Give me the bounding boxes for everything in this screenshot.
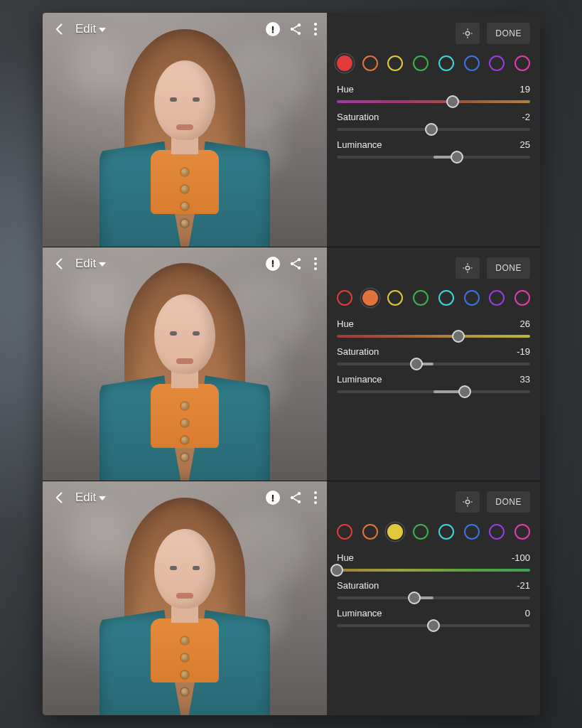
color-swatch[interactable] — [438, 524, 454, 540]
hue-track[interactable] — [337, 569, 530, 572]
photo-subject — [78, 260, 291, 481]
color-swatch[interactable] — [362, 55, 378, 71]
info-icon[interactable]: ! — [266, 491, 280, 505]
color-swatch[interactable] — [464, 55, 480, 71]
edit-label: Edit — [75, 491, 96, 505]
color-swatch[interactable] — [337, 290, 352, 306]
luminance-slider: Luminance 33 — [337, 374, 530, 393]
color-swatch[interactable] — [489, 290, 505, 306]
luminance-label: Luminance — [337, 374, 382, 385]
photo-preview: Edit ! — [43, 13, 327, 247]
luminance-track[interactable] — [337, 156, 530, 159]
svg-point-7 — [466, 266, 470, 269]
targeted-adjust-button[interactable] — [456, 23, 480, 44]
luminance-thumb[interactable] — [451, 151, 463, 164]
saturation-slider: Saturation -2 — [337, 112, 530, 131]
color-swatch[interactable] — [387, 55, 403, 71]
saturation-track[interactable] — [337, 363, 530, 365]
luminance-track[interactable] — [337, 624, 530, 627]
editor-row: Edit ! DONE Hue 19 Satura — [43, 13, 540, 247]
color-swatch-row — [337, 55, 530, 71]
color-swatch[interactable] — [387, 290, 403, 306]
photo-preview: Edit ! — [43, 247, 327, 481]
color-mix-panel: DONE Hue 26 Saturation -19 Luminance 33 — [327, 247, 540, 481]
color-mix-panel: DONE Hue -100 Saturation -21 Luminance — [327, 481, 540, 715]
hue-thumb[interactable] — [446, 95, 459, 108]
targeted-adjust-button[interactable] — [456, 257, 480, 279]
color-swatch[interactable] — [514, 55, 530, 71]
saturation-thumb[interactable] — [425, 123, 438, 136]
color-swatch[interactable] — [387, 524, 403, 540]
color-swatch[interactable] — [514, 290, 530, 306]
editor-row: Edit ! DONE Hue 26 Satura — [43, 247, 540, 482]
color-swatch[interactable] — [464, 524, 480, 540]
saturation-value: -19 — [517, 346, 530, 357]
more-icon[interactable] — [311, 488, 320, 507]
more-icon[interactable] — [311, 255, 320, 273]
share-icon[interactable] — [286, 254, 306, 274]
info-icon[interactable]: ! — [266, 22, 280, 36]
color-swatch[interactable] — [489, 55, 505, 71]
chevron-down-icon — [99, 28, 106, 32]
svg-point-3 — [466, 31, 470, 35]
done-button[interactable]: DONE — [487, 23, 530, 44]
hue-value: -100 — [512, 552, 530, 563]
color-swatch[interactable] — [362, 290, 378, 306]
back-icon[interactable] — [50, 254, 70, 274]
color-swatch[interactable] — [337, 55, 352, 71]
photo-toolbar: Edit ! — [43, 13, 327, 46]
saturation-thumb[interactable] — [408, 592, 421, 604]
info-icon[interactable]: ! — [266, 257, 280, 271]
hue-track[interactable] — [337, 100, 530, 103]
color-swatch[interactable] — [514, 524, 530, 540]
more-icon[interactable] — [311, 20, 320, 38]
saturation-thumb[interactable] — [410, 358, 423, 370]
hue-label: Hue — [337, 318, 354, 329]
chevron-down-icon — [99, 496, 106, 500]
saturation-track[interactable] — [337, 596, 530, 599]
hue-track[interactable] — [337, 335, 530, 338]
luminance-label: Luminance — [337, 608, 382, 619]
saturation-value: -21 — [517, 580, 530, 591]
app-frame: Edit ! DONE Hue 19 Satura — [43, 13, 540, 715]
color-swatch[interactable] — [413, 55, 429, 71]
luminance-value: 25 — [520, 139, 530, 150]
color-swatch[interactable] — [438, 55, 454, 71]
hue-slider: Hue 26 — [337, 318, 530, 338]
edit-dropdown[interactable]: Edit — [75, 491, 106, 505]
hue-value: 19 — [520, 84, 530, 95]
color-swatch[interactable] — [413, 524, 429, 540]
luminance-thumb[interactable] — [427, 619, 440, 632]
saturation-label: Saturation — [337, 346, 379, 357]
color-swatch-row — [337, 524, 530, 540]
done-button[interactable]: DONE — [487, 257, 530, 279]
saturation-track[interactable] — [337, 128, 530, 131]
targeted-adjust-button[interactable] — [456, 491, 480, 513]
color-swatch[interactable] — [464, 290, 480, 306]
luminance-slider: Luminance 25 — [337, 139, 530, 159]
share-icon[interactable] — [286, 488, 306, 508]
color-swatch[interactable] — [362, 524, 378, 540]
color-swatch[interactable] — [489, 524, 505, 540]
hue-thumb[interactable] — [330, 564, 343, 577]
done-button[interactable]: DONE — [487, 491, 530, 513]
luminance-value: 33 — [520, 374, 530, 385]
share-icon[interactable] — [286, 19, 306, 39]
edit-dropdown[interactable]: Edit — [75, 22, 106, 36]
chevron-down-icon — [99, 262, 106, 267]
color-swatch[interactable] — [438, 290, 454, 306]
hue-slider: Hue 19 — [337, 84, 530, 103]
back-icon[interactable] — [50, 488, 70, 508]
color-swatch[interactable] — [413, 290, 429, 306]
edit-dropdown[interactable]: Edit — [75, 257, 106, 271]
color-swatch-row — [337, 290, 530, 306]
photo-preview: Edit ! — [43, 481, 327, 715]
hue-label: Hue — [337, 84, 354, 95]
luminance-label: Luminance — [337, 139, 382, 150]
back-icon[interactable] — [50, 19, 70, 39]
luminance-track[interactable] — [337, 390, 530, 393]
luminance-slider: Luminance 0 — [337, 608, 530, 627]
color-swatch[interactable] — [337, 524, 352, 540]
luminance-thumb[interactable] — [458, 385, 471, 398]
hue-thumb[interactable] — [452, 330, 465, 343]
